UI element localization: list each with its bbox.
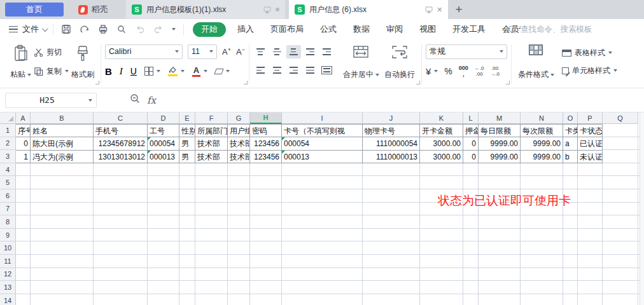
cell-e3[interactable]: 男 — [179, 151, 195, 163]
row-header[interactable]: 14 — [0, 294, 16, 305]
cell-j2[interactable]: 1110000054 — [363, 137, 420, 151]
cell-k2[interactable]: 3000.00 — [420, 137, 463, 151]
column-header-q[interactable]: Q — [603, 112, 638, 124]
align-middle-button[interactable] — [270, 45, 284, 58]
cell-a3[interactable]: 1 — [16, 151, 31, 163]
cell-c1[interactable]: 手机号 — [94, 124, 148, 137]
vertical-scrollbar[interactable] — [640, 112, 644, 305]
cell-j3[interactable]: 1110000013 — [363, 151, 420, 163]
percent-format-button[interactable]: % — [444, 66, 452, 76]
font-color-button[interactable]: A — [192, 64, 207, 78]
row-header[interactable]: 11 — [0, 255, 16, 268]
cell-g1[interactable]: 用户组 — [228, 124, 250, 137]
row-header[interactable]: 6 — [0, 189, 16, 203]
number-format-select[interactable]: 常规 — [426, 44, 507, 59]
cell-k1[interactable]: 开卡金额 — [420, 124, 463, 137]
row-header[interactable]: 13 — [0, 281, 16, 294]
dialog-launcher-icon[interactable] — [416, 81, 420, 85]
column-header-b[interactable]: B — [31, 112, 94, 124]
cut-button[interactable]: 剪切 — [34, 45, 69, 59]
column-header-f[interactable]: F — [195, 112, 228, 124]
undo-icon[interactable] — [135, 24, 145, 34]
cell-o2[interactable]: a — [563, 137, 578, 151]
cell-o3[interactable]: b — [563, 151, 578, 163]
paste-button[interactable]: 粘贴 — [8, 43, 34, 82]
align-top-button[interactable] — [253, 45, 268, 58]
row-header[interactable]: 5 — [0, 176, 16, 189]
tab-formulas[interactable]: 公式 — [320, 24, 337, 35]
zoom-out-icon[interactable] — [130, 93, 141, 107]
row-header[interactable]: 2 — [0, 137, 16, 151]
cell-p3[interactable]: 未认证 — [578, 151, 603, 163]
row-header[interactable]: 12 — [0, 268, 16, 281]
font-family-select[interactable]: Calibri — [105, 44, 183, 59]
align-right-button[interactable] — [286, 64, 301, 77]
cell-b1[interactable]: 姓名 — [31, 124, 94, 137]
cell-b2[interactable]: 陈大田(示例 — [31, 137, 94, 151]
increase-indent-button[interactable] — [319, 45, 334, 58]
column-header-g[interactable]: G — [228, 112, 250, 124]
tab-home-ribbon[interactable]: 开始 — [193, 22, 226, 37]
cell-m2[interactable]: 9999.00 — [479, 137, 521, 151]
text-orientation-button[interactable] — [319, 64, 334, 77]
name-box[interactable]: H25 — [5, 93, 97, 108]
align-center-button[interactable] — [270, 64, 284, 77]
cell-a2[interactable]: 0 — [16, 137, 31, 151]
cell-g2[interactable]: 技术部门 — [228, 137, 250, 151]
cell-b3[interactable]: 冯大为(示例 — [31, 151, 94, 163]
cell-k3[interactable]: 3000.00 — [420, 151, 463, 163]
cell-p1[interactable]: 卡状态 — [578, 124, 603, 137]
print-preview-icon[interactable] — [116, 24, 127, 34]
shrink-font-button[interactable]: A− — [236, 46, 245, 57]
cell-e1[interactable]: 性别 — [179, 124, 195, 137]
borders-button[interactable] — [144, 64, 160, 78]
cell-l2[interactable]: 0 — [463, 137, 479, 151]
bold-button[interactable]: B — [105, 66, 112, 77]
grow-font-button[interactable]: A+ — [222, 46, 231, 57]
cell-d2[interactable]: 000054 — [148, 137, 179, 151]
command-search[interactable] — [507, 19, 616, 39]
justify-button[interactable] — [303, 64, 318, 77]
column-header-k[interactable]: K — [420, 112, 463, 124]
align-left-button[interactable] — [253, 64, 268, 77]
column-header-e[interactable]: E — [179, 112, 195, 124]
column-header-o[interactable]: O — [563, 112, 578, 124]
hamburger-menu-icon[interactable] — [9, 26, 18, 32]
home-tab[interactable]: 首页 — [5, 3, 64, 17]
cell-f2[interactable]: 技术部 — [195, 137, 228, 151]
copy-button[interactable]: 复制 — [34, 64, 69, 78]
export-pdf-icon[interactable] — [80, 24, 90, 34]
close-tab-icon[interactable]: × — [437, 5, 442, 14]
conditional-format-button[interactable]: 条件格式 — [515, 43, 557, 82]
decrease-decimal-button[interactable]: .00→.0 — [490, 65, 500, 77]
row-header[interactable]: 8 — [0, 215, 16, 229]
cell-m3[interactable]: 9999.00 — [479, 151, 521, 163]
print-icon[interactable] — [98, 24, 108, 34]
select-all-corner[interactable] — [0, 112, 16, 124]
share-monitor-icon[interactable] — [425, 6, 433, 13]
tab-page-layout[interactable]: 页面布局 — [270, 24, 304, 35]
wrap-text-button[interactable]: 自动换行 — [382, 43, 417, 82]
column-header-n[interactable]: N — [521, 112, 563, 124]
save-icon[interactable] — [61, 24, 71, 34]
column-header-i[interactable]: I — [282, 112, 363, 124]
dialog-launcher-icon[interactable] — [244, 81, 248, 85]
cell-i2[interactable]: 000054 — [282, 137, 363, 151]
search-input[interactable] — [521, 25, 616, 34]
cell-j1[interactable]: 物理卡号 — [363, 124, 420, 137]
share-monitor-icon[interactable] — [263, 6, 271, 13]
formula-input[interactable] — [165, 92, 639, 109]
merge-center-button[interactable]: 合并居中 — [340, 43, 382, 82]
cell-h1[interactable]: 密码 — [250, 124, 282, 137]
decrease-indent-button[interactable] — [303, 45, 318, 58]
cell-i1[interactable]: 卡号（不填写则视 — [282, 124, 363, 137]
cell-l1[interactable]: 押金 — [463, 124, 479, 137]
column-header-c[interactable]: C — [94, 112, 148, 124]
column-header-a[interactable]: A — [16, 112, 31, 124]
cell-n2[interactable]: 9999.00 — [521, 137, 563, 151]
column-header-l[interactable]: L — [463, 112, 479, 124]
column-header-m[interactable]: M — [479, 112, 521, 124]
row-header[interactable]: 4 — [0, 163, 16, 177]
cell-c3[interactable]: 13013013012 — [94, 151, 148, 163]
row-header[interactable]: 9 — [0, 229, 16, 242]
